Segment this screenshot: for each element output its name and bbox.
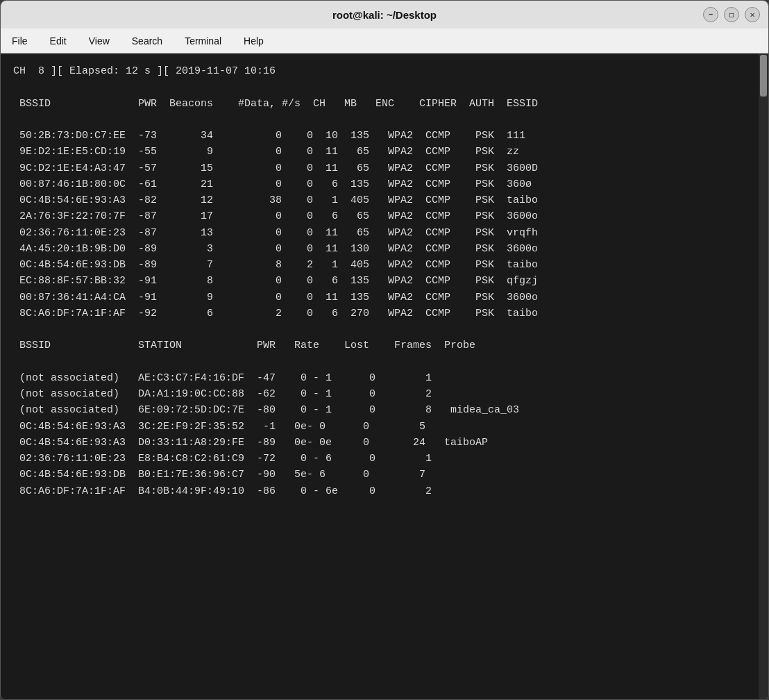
menu-edit[interactable]: Edit bbox=[46, 34, 71, 48]
titlebar: root@kali: ~/Desktop – ◻ ✕ bbox=[1, 1, 768, 28]
terminal-window: root@kali: ~/Desktop – ◻ ✕ File Edit Vie… bbox=[0, 0, 769, 700]
window-controls: – ◻ ✕ bbox=[703, 7, 760, 22]
menu-help[interactable]: Help bbox=[239, 34, 268, 48]
close-button[interactable]: ✕ bbox=[745, 7, 760, 22]
menu-search[interactable]: Search bbox=[128, 34, 167, 48]
window-title: root@kali: ~/Desktop bbox=[332, 9, 437, 21]
minimize-button[interactable]: – bbox=[703, 7, 718, 22]
terminal-body[interactable]: CH 8 ][ Elapsed: 12 s ][ 2019-11-07 10:1… bbox=[1, 53, 768, 699]
scrollbar-thumb[interactable] bbox=[760, 55, 767, 97]
scrollbar[interactable] bbox=[759, 53, 768, 699]
maximize-button[interactable]: ◻ bbox=[724, 7, 739, 22]
menu-terminal[interactable]: Terminal bbox=[180, 34, 226, 48]
menu-file[interactable]: File bbox=[8, 34, 32, 48]
menubar: File Edit View Search Terminal Help bbox=[1, 28, 768, 53]
menu-view[interactable]: View bbox=[85, 34, 114, 48]
terminal-output: CH 8 ][ Elapsed: 12 s ][ 2019-11-07 10:1… bbox=[13, 63, 756, 499]
